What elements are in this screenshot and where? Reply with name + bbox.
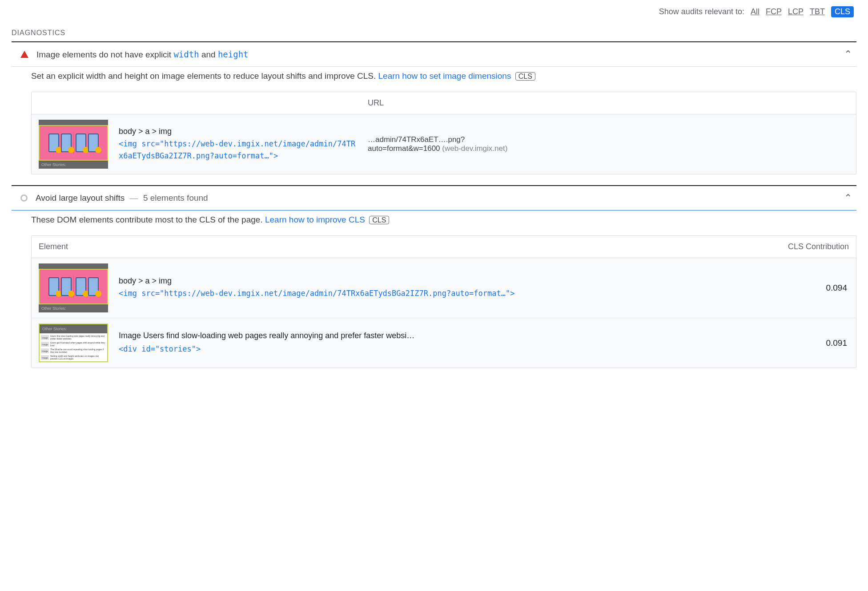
cls-value: 0.091 bbox=[804, 338, 849, 348]
triangle-fail-icon bbox=[20, 51, 28, 58]
html-snippet: <img src="https://web-dev.imgix.net/imag… bbox=[119, 287, 804, 299]
filter-all[interactable]: All bbox=[751, 7, 760, 16]
col-cls: CLS Contribution bbox=[769, 242, 849, 251]
audit-description: Set an explicit width and height on imag… bbox=[12, 67, 856, 87]
section-diagnostics: DIAGNOSTICS bbox=[12, 25, 856, 41]
filter-bar: Show audits relevant to: All FCP LCP TBT… bbox=[12, 4, 856, 25]
audit-table: URL Other Stories: body > a > img <img s… bbox=[31, 92, 856, 174]
html-snippet: <div id="stories"> bbox=[119, 343, 804, 355]
table-header: Element CLS Contribution bbox=[32, 236, 856, 258]
cls-value: 0.094 bbox=[804, 283, 849, 293]
thumbnail: Other Stories: bbox=[39, 120, 108, 169]
url-cell: …admin/74TRx6aET….png?auto=format&w=1600… bbox=[359, 135, 537, 153]
audit-header[interactable]: Avoid large layout shifts — 5 elements f… bbox=[12, 186, 856, 210]
chevron-up-icon: ⌃ bbox=[840, 192, 856, 204]
col-element: Element bbox=[39, 242, 769, 251]
audit-header[interactable]: Image elements do not have explicit widt… bbox=[12, 42, 856, 66]
cls-tag: CLS bbox=[369, 216, 389, 224]
table-header: URL bbox=[32, 92, 856, 114]
filter-lcp[interactable]: LCP bbox=[788, 7, 804, 16]
filter-cls[interactable]: CLS bbox=[831, 6, 854, 17]
col-url: URL bbox=[368, 98, 849, 108]
filter-tbt[interactable]: TBT bbox=[810, 7, 825, 16]
learn-link[interactable]: Learn how to improve CLS bbox=[265, 215, 365, 224]
thumbnail: Other Stories: bbox=[39, 263, 108, 312]
table-row: Other Stories: ImageUsers find slow-load… bbox=[32, 318, 856, 368]
audit-title: Avoid large layout shifts — 5 elements f… bbox=[36, 193, 840, 203]
element-text: Image Users find slow-loading web pages … bbox=[119, 331, 804, 343]
audit-layout-shifts: Avoid large layout shifts — 5 elements f… bbox=[12, 186, 856, 368]
audit-title: Image elements do not have explicit widt… bbox=[36, 49, 840, 60]
filter-fcp[interactable]: FCP bbox=[766, 7, 782, 16]
thumbnail: Other Stories: ImageUsers find slow-load… bbox=[39, 324, 108, 362]
chevron-up-icon: ⌃ bbox=[840, 49, 856, 60]
table-row: Other Stories: body > a > img <img src="… bbox=[32, 258, 856, 318]
html-snippet: <img src="https://web-dev.imgix.net/imag… bbox=[119, 138, 359, 162]
learn-link[interactable]: Learn how to set image dimensions bbox=[378, 71, 511, 81]
element-cell: Image Users find slow-loading web pages … bbox=[119, 331, 804, 355]
audit-description: These DOM elements contribute most to th… bbox=[12, 210, 856, 231]
cls-tag: CLS bbox=[515, 72, 535, 81]
element-cell: body > a > img <img src="https://web-dev… bbox=[119, 127, 359, 162]
table-row: Other Stories: body > a > img <img src="… bbox=[32, 114, 856, 174]
selector-path: body > a > img bbox=[119, 276, 804, 287]
circle-neutral-icon bbox=[20, 194, 28, 202]
audit-table: Element CLS Contribution Other Stories: … bbox=[31, 235, 856, 368]
filter-label: Show audits relevant to: bbox=[659, 7, 744, 16]
selector-path: body > a > img bbox=[119, 127, 359, 138]
audit-image-dimensions: Image elements do not have explicit widt… bbox=[12, 42, 856, 174]
element-cell: body > a > img <img src="https://web-dev… bbox=[119, 276, 804, 299]
